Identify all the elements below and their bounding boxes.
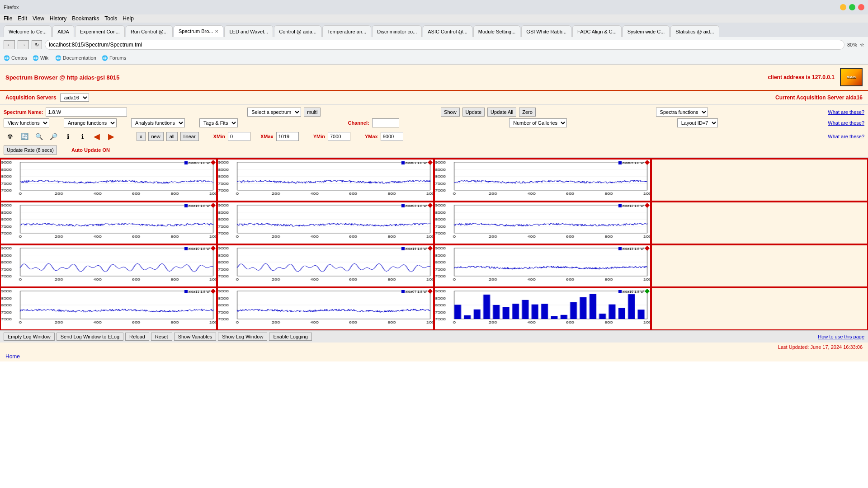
bookmark-forums[interactable]: 🌐 Forums [102,55,126,61]
xmax-input[interactable] [276,132,299,141]
tab-temperature[interactable]: Temperature an... [322,25,371,37]
menu-view[interactable]: View [33,15,44,22]
menu-history[interactable]: History [50,15,66,22]
arrange-functions-select[interactable]: Arrange functions [64,118,117,127]
tab-fadc[interactable]: FADC Align & C... [572,25,622,37]
menu-tools[interactable]: Tools [104,15,117,22]
show-log-btn[interactable]: Show Log Window [218,333,267,341]
tab-aida[interactable]: AIDA [52,25,74,37]
update-all-btn[interactable]: Update All [487,108,516,117]
empty-log-btn[interactable]: Empty Log Window [4,333,55,341]
gallery-cell-empty3[interactable] [651,244,868,287]
update-rate-btn[interactable]: Update Rate (8 secs) [4,145,57,155]
bookmark-wiki[interactable]: 🌐 Wiki [33,55,50,61]
what-are-these-3-link[interactable]: What are these? [828,134,864,139]
gallery-cell-aida15[interactable]: aida15 1.8.W [0,202,217,244]
gallery-cell-aida10[interactable]: aida10 1.8.W [0,244,217,287]
what-are-these-1-link[interactable]: What are these? [828,109,864,115]
chart-canvas-aida12 [435,202,650,239]
bookmark-star-icon[interactable]: ☆ [860,42,864,48]
gallery-cell-aida07[interactable]: aida07 1.8.W [217,287,434,330]
maximize-btn[interactable] [849,4,855,10]
tab-led[interactable]: LED and Wavef... [224,25,273,37]
tab-spectrum[interactable]: Spectrum Bro...✕ [174,25,223,37]
menu-bookmarks[interactable]: Bookmarks [72,15,99,22]
tab-asic[interactable]: ASIC Control @... [423,25,472,37]
acquisition-server-select[interactable]: aida16 [60,94,89,102]
tab-runcontrol[interactable]: Run Control @... [126,25,173,37]
what-are-these-2-link[interactable]: What are these? [828,120,864,126]
new-btn[interactable]: new [148,132,164,141]
gallery-cell-aida05[interactable]: aida05 1.8.W [434,159,651,202]
gallery-cell-aida14[interactable]: aida14 1.8.W [217,244,434,287]
ymax-input[interactable] [381,132,403,141]
spectrum-name-input[interactable] [46,108,127,117]
forward-btn[interactable]: → [18,40,29,49]
bookmark-centos[interactable]: 🌐 Centos [4,55,27,61]
send-log-btn[interactable]: Send Log Window to ELog [57,333,123,341]
reload-page-btn[interactable]: ↻ [32,40,42,49]
spectrum-name-row: Spectrum Name: Select a spectrum multi S… [4,107,864,117]
all-btn[interactable]: all [166,132,178,141]
gallery-cell-empty4[interactable] [651,287,868,330]
close-btn[interactable] [858,4,864,10]
menu-help[interactable]: Help [123,15,134,22]
home-link[interactable]: Home [5,353,20,360]
radiation-icon-btn[interactable]: ☢ [4,130,16,143]
info2-icon-btn[interactable]: ℹ [76,130,89,143]
reset-btn[interactable]: Reset [151,333,172,341]
spectra-functions-select[interactable]: Spectra functions [656,108,708,117]
enable-log-btn[interactable]: Enable Logging [269,333,311,341]
show-vars-btn[interactable]: Show Variables [174,333,217,341]
tab-experiment[interactable]: Experiment Con... [75,25,125,37]
info-icon-btn[interactable]: ℹ [61,130,74,143]
tab-discriminator[interactable]: Discriminator co... [372,25,422,37]
gallery-cell-aida09[interactable]: aida09 1.8.W [0,159,217,202]
tab-module[interactable]: Module Setting... [473,25,521,37]
gallery-cell-aida13[interactable]: aida13 1.8.W [434,244,651,287]
next-icon-btn[interactable]: ▶ [105,130,118,143]
ymin-input[interactable] [328,132,350,141]
analysis-functions-select[interactable]: Analysis functions [131,118,185,127]
multi-btn[interactable]: multi [304,108,321,117]
menu-edit[interactable]: Edit [18,15,27,22]
zoom-out-icon-btn[interactable]: 🔎 [47,130,60,143]
channel-input[interactable] [372,118,399,127]
how-to-use-link[interactable]: How to use this page [818,334,864,339]
midas-logo: Midas [840,68,863,86]
gallery-cell-aida03[interactable]: aida03 1.8.W [217,202,434,244]
gallery-cell-aida16[interactable]: aida16 1.8.W [434,287,651,330]
menu-file[interactable]: File [4,15,12,22]
tab-close-icon[interactable]: ✕ [215,29,218,34]
refresh-icon-btn[interactable]: 🔄 [18,130,31,143]
view-functions-select[interactable]: View functions [4,118,49,127]
x-btn[interactable]: x [137,132,146,141]
back-btn[interactable]: ← [4,40,15,49]
reload-btn[interactable]: Reload [125,333,149,341]
xmin-input[interactable] [228,132,250,141]
number-of-galleries-select[interactable]: Number of Galleries [509,118,567,127]
layout-id-select[interactable]: Layout ID=7 [677,118,718,127]
prev-icon-btn[interactable]: ◀ [90,130,103,143]
address-input[interactable] [45,40,844,50]
zero-btn[interactable]: Zero [519,108,536,117]
tab-gsi[interactable]: GSI White Rabb... [521,25,571,37]
gallery-cell-aida01[interactable]: aida01 1.8.W [217,159,434,202]
gallery-cell-empty1[interactable] [651,159,868,202]
gallery-cell-aida12[interactable]: aida12 1.8.W [434,202,651,244]
show-btn[interactable]: Show [441,108,460,117]
zoom-in-icon-btn[interactable]: 🔍 [33,130,45,143]
select-spectrum-dropdown[interactable]: Select a spectrum [247,108,301,117]
linear-btn[interactable]: linear [180,132,199,141]
tab-system[interactable]: System wide C... [623,25,670,37]
bookmark-docs[interactable]: 🌐 Documentation [55,55,96,61]
minimize-btn[interactable] [840,4,846,10]
tags-fits-select[interactable]: Tags & Fits [199,118,238,127]
tab-control[interactable]: Control @ aida... [274,25,321,37]
tab-statistics[interactable]: Statistics @ aid... [670,25,719,37]
gallery-cell-empty2[interactable] [651,202,868,244]
update-btn[interactable]: Update [462,108,485,117]
gallery-cell-aida11[interactable]: aida11 1.8.W [0,287,217,330]
titlebar: Firefox [0,0,868,14]
tab-welcome[interactable]: Welcome to Ce... [4,25,52,37]
